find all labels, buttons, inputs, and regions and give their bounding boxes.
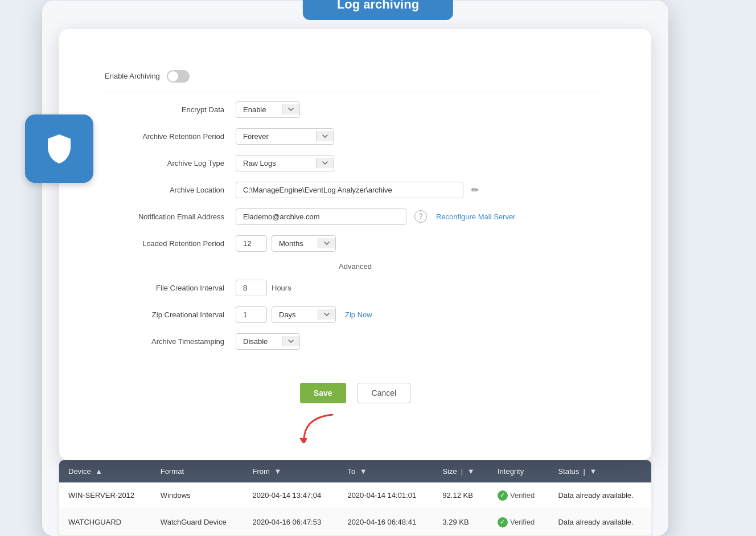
zip-creation-row: Zip Creational Interval Days Zip Now <box>105 306 606 323</box>
encrypt-data-control: Enable <box>236 101 300 118</box>
cell-integrity: ✓ Verified <box>488 509 549 535</box>
loaded-retention-control: Months <box>236 235 336 252</box>
button-row: Save Cancel <box>105 383 606 403</box>
cell-status: Data already available. <box>549 482 651 509</box>
file-creation-row: File Creation Interval Hours <box>105 280 606 296</box>
shield-badge <box>25 114 93 183</box>
chevron-down-icon <box>288 339 294 343</box>
sort-asc-icon: ▲ <box>95 467 102 476</box>
cell-size: 3.29 KB <box>433 509 488 535</box>
page-title: Log archiving <box>303 0 453 20</box>
reconfigure-mail-link[interactable]: Reconfigure Mail Server <box>436 212 515 221</box>
chevron-down-icon <box>288 108 294 111</box>
notification-email-label: Notification Email Address <box>105 212 236 221</box>
archive-timestamping-row: Archive Timestamping Disable <box>105 333 606 350</box>
page-card: Enable Archiving Encrypt Data Enable <box>42 1 668 536</box>
cell-from: 2020-04-14 13:47:04 <box>243 482 338 509</box>
save-button[interactable]: Save <box>300 383 346 403</box>
col-from[interactable]: From ▼ <box>243 460 338 482</box>
archive-retention-select[interactable]: Forever <box>236 128 334 145</box>
arrow-container <box>105 409 606 443</box>
archive-log-type-arrow[interactable] <box>316 158 334 168</box>
enable-archiving-row: Enable Archiving <box>105 63 606 92</box>
archive-location-label: Archive Location <box>105 186 236 194</box>
encrypt-data-arrow[interactable] <box>282 104 299 114</box>
zip-creation-unit-value: Days <box>272 307 318 322</box>
notification-email-input[interactable] <box>236 208 406 225</box>
cell-status: Data already available. <box>549 509 651 535</box>
archive-retention-control: Forever <box>236 128 334 145</box>
filter-icon: ▼ <box>467 467 475 476</box>
cell-to: 2020-04-14 14:01:01 <box>338 482 433 509</box>
loaded-retention-unit-arrow[interactable] <box>318 238 335 248</box>
archive-location-input[interactable] <box>236 182 463 198</box>
archive-timestamping-label: Archive Timestamping <box>105 337 236 346</box>
col-format: Format <box>151 460 244 482</box>
archive-location-control: ✏ <box>236 182 479 198</box>
archive-log-type-row: Archive Log Type Raw Logs <box>105 155 606 171</box>
form-section: Encrypt Data Enable Archive Retention Pe… <box>105 101 606 371</box>
shield-icon <box>42 132 76 166</box>
encrypt-data-select[interactable]: Enable <box>236 101 300 118</box>
help-icon[interactable]: ? <box>414 210 427 223</box>
col-to[interactable]: To ▼ <box>338 460 433 482</box>
zip-creation-number-input[interactable] <box>236 306 267 323</box>
col-integrity: Integrity <box>488 460 549 482</box>
col-size[interactable]: Size | ▼ <box>433 460 488 482</box>
verified-icon: ✓ <box>498 490 508 501</box>
table-header-row: Device ▲ Format From ▼ To ▼ Size | ▼ Int… <box>59 460 651 482</box>
file-creation-label: File Creation Interval <box>105 284 236 292</box>
main-form-card: Enable Archiving Encrypt Data Enable <box>59 29 651 460</box>
edit-icon[interactable]: ✏ <box>471 185 479 195</box>
enable-archiving-label: Enable Archiving <box>105 72 160 80</box>
zip-creation-unit-select[interactable]: Days <box>272 306 336 323</box>
encrypt-data-value: Enable <box>236 102 282 117</box>
archive-retention-arrow[interactable] <box>316 131 334 141</box>
cancel-button[interactable]: Cancel <box>358 383 411 403</box>
cell-size: 92.12 KB <box>433 482 488 509</box>
chevron-down-icon <box>322 134 328 138</box>
archive-retention-value: Forever <box>236 129 316 144</box>
archive-retention-label: Archive Retention Period <box>105 132 236 141</box>
encrypt-data-row: Encrypt Data Enable <box>105 101 606 118</box>
verified-badge: ✓ Verified <box>498 517 535 527</box>
cell-device: WIN-SERVER-2012 <box>59 482 151 509</box>
cell-integrity: ✓ Verified <box>488 482 549 509</box>
filter-icon: ▼ <box>589 467 597 476</box>
loaded-retention-row: Loaded Retention Period Months <box>105 235 606 252</box>
cell-format: Windows <box>151 482 244 509</box>
chevron-down-icon <box>324 313 330 316</box>
red-arrow <box>287 412 355 443</box>
table-row: WATCHGUARDWatchGuard Device2020-04-16 06… <box>59 509 651 535</box>
enable-archiving-toggle[interactable] <box>167 70 190 83</box>
notification-email-row: Notification Email Address ? Reconfigure… <box>105 208 606 225</box>
zip-now-link[interactable]: Zip Now <box>345 310 372 319</box>
archive-log-type-label: Archive Log Type <box>105 159 236 167</box>
notification-email-control: ? Reconfigure Mail Server <box>236 208 515 225</box>
table-header: Device ▲ Format From ▼ To ▼ Size | ▼ Int… <box>59 460 651 482</box>
archive-log-type-select[interactable]: Raw Logs <box>236 155 334 171</box>
archive-timestamping-select[interactable]: Disable <box>236 333 300 350</box>
advanced-header: Advanced <box>105 262 606 271</box>
archive-log-type-value: Raw Logs <box>236 156 316 171</box>
loaded-retention-number-input[interactable] <box>236 235 267 252</box>
col-device[interactable]: Device ▲ <box>59 460 151 482</box>
file-creation-number-input[interactable] <box>236 280 267 296</box>
verified-icon: ✓ <box>498 517 508 527</box>
loaded-retention-unit-select[interactable]: Months <box>272 235 336 252</box>
zip-creation-label: Zip Creational Interval <box>105 310 236 319</box>
file-creation-control: Hours <box>236 280 291 296</box>
archive-timestamping-control: Disable <box>236 333 300 350</box>
col-status[interactable]: Status | ▼ <box>549 460 651 482</box>
archive-location-row: Archive Location ✏ <box>105 182 606 198</box>
loaded-retention-unit-value: Months <box>272 236 318 251</box>
cell-from: 2020-04-16 06:47:53 <box>243 509 338 535</box>
archive-timestamping-value: Disable <box>236 334 282 349</box>
archive-timestamping-arrow[interactable] <box>282 336 299 346</box>
zip-creation-control: Days Zip Now <box>236 306 372 323</box>
cell-to: 2020-04-16 06:48:41 <box>338 509 433 535</box>
file-creation-unit-label: Hours <box>272 284 291 292</box>
verified-badge: ✓ Verified <box>498 490 535 501</box>
zip-creation-unit-arrow[interactable] <box>318 309 335 320</box>
sort-desc-icon: ▼ <box>274 467 281 476</box>
